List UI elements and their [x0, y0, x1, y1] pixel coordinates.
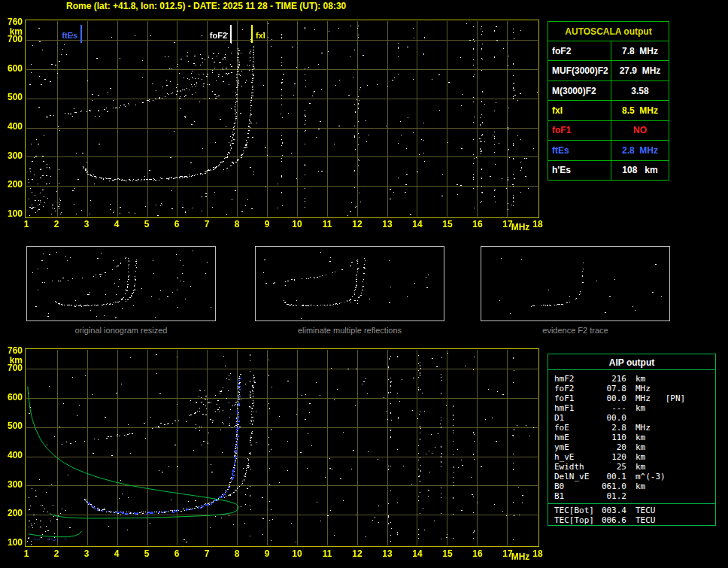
autoscala-row-label: h'Es	[548, 161, 611, 180]
aip-divider-top	[548, 369, 715, 370]
aip-row-unit	[626, 491, 715, 501]
aip-row-unit: km	[626, 462, 715, 472]
axis-label: 17	[499, 220, 516, 229]
aip-row-value: ---	[596, 403, 626, 413]
top-ionogram-panel	[25, 20, 539, 218]
axis-label: 3	[78, 549, 95, 558]
axis-label: 4	[108, 549, 125, 558]
axis-label: 1	[18, 549, 35, 558]
aip-row-value: 006.6	[596, 515, 626, 525]
axis-label: 200	[0, 180, 23, 189]
axis-label: 8	[229, 549, 245, 558]
axis-label: 12	[349, 549, 366, 558]
axis-label: 4	[108, 220, 125, 229]
aip-row-unit: TECU	[626, 506, 715, 515]
aip-row-hmf1: hmF1---km	[548, 403, 715, 413]
autoscala-row-fof2: foF27.8 MHz	[548, 41, 669, 60]
aip-row-label: B1	[554, 491, 596, 501]
axis-label: 15	[439, 220, 456, 229]
autoscala-app: Rome (lat: +41.8, lon: 012.5) - DATE: 20…	[0, 0, 728, 568]
axis-label: 500	[0, 421, 23, 430]
aip-row-label: B0	[554, 481, 596, 491]
thumbnail-evidence-f2	[481, 246, 670, 321]
aip-row-value: 120	[596, 452, 626, 462]
axis-label: 18	[529, 549, 546, 558]
aip-row-tectop: TEC[Top]006.6TECU	[548, 515, 715, 525]
aip-row-unit: km	[626, 442, 715, 452]
axis-label: 400	[0, 122, 23, 131]
aip-row-label: DelN_vE	[554, 472, 596, 481]
axis-label: 11	[319, 549, 335, 558]
aip-row-unit: km	[626, 433, 715, 442]
aip-row-value: 00.1	[596, 472, 626, 481]
autoscala-row-label: M(3000)F2	[548, 81, 611, 100]
axis-label: 600	[0, 393, 23, 402]
axis-label: 700	[0, 35, 23, 44]
axis-label: 14	[409, 220, 426, 229]
axis-label: 100	[0, 538, 23, 547]
autoscala-row-value: 3.58	[611, 81, 669, 100]
aip-row-value: 00.0	[596, 413, 626, 423]
aip-output-table: AIP output hmF2216kmfoF207.8MHzfoF100.0M…	[548, 354, 716, 526]
aip-row-label: TEC[Top]	[554, 515, 596, 525]
autoscala-row-fxi: fxI8.5 MHz	[548, 100, 669, 120]
aip-row-label: hmE	[554, 433, 596, 442]
thumbnail-original-ionogram	[26, 246, 216, 321]
thumbnail-caption-evidence: evidence F2 trace	[481, 326, 670, 335]
thumbnail-eliminate-canvas	[256, 247, 444, 320]
axis-label: 2	[48, 549, 65, 558]
aip-row-unit: m^(-3)	[626, 472, 715, 481]
aip-row-unit: km	[626, 452, 715, 462]
autoscala-row-fof1: foF1NO	[548, 120, 669, 140]
axis-label: 700	[0, 363, 23, 372]
axis-label: 5	[138, 220, 155, 229]
aip-row-label: ymE	[554, 442, 596, 452]
aip-row-label: foF2	[554, 384, 596, 393]
axis-label: 10	[289, 549, 305, 558]
aip-row-label: foF1	[554, 393, 596, 403]
thumbnail-evidence-canvas	[481, 247, 669, 320]
bottom-ionogram-canvas	[26, 349, 538, 546]
top-ionogram-canvas	[26, 20, 538, 217]
axis-label: 9	[259, 549, 275, 558]
aip-table-title: AIP output	[548, 357, 715, 368]
aip-row-fof2: foF207.8MHz	[548, 384, 715, 393]
autoscala-row-value: 8.5 MHz	[611, 101, 669, 120]
aip-row-unit: MHz	[626, 423, 715, 433]
aip-row-label: TEC[Bot]	[554, 506, 596, 515]
axis-label: MHz	[509, 223, 532, 232]
axis-label: 1	[18, 220, 35, 229]
axis-label: km	[0, 356, 23, 365]
axis-label: 2	[48, 220, 65, 229]
autoscala-row-m3000f2: M(3000)F23.58	[548, 80, 669, 100]
axis-label: 760	[0, 346, 23, 355]
thumbnail-eliminate-reflections	[255, 246, 444, 321]
autoscala-row-label: MUF(3000)F2	[548, 61, 611, 80]
aip-row-delnve: DelN_vE00.1m^(-3)	[548, 472, 715, 481]
axis-label: 13	[379, 549, 396, 558]
thumbnail-caption-eliminate: eliminate multiple reflections	[255, 326, 444, 335]
aip-row-unit: km	[626, 374, 715, 384]
axis-label: 18	[529, 220, 546, 229]
aip-row-label: hmF2	[554, 374, 596, 384]
aip-row-d1: D100.0	[548, 413, 715, 423]
autoscala-row-label: fxI	[548, 101, 611, 120]
autoscala-table-title: AUTOSCALA output	[548, 22, 669, 41]
aip-row-label: h_vE	[554, 452, 596, 462]
aip-row-label: Ewidth	[554, 462, 596, 472]
axis-label: 6	[168, 220, 185, 229]
axis-label: 400	[0, 451, 23, 460]
autoscala-row-muf3000f2: MUF(3000)F227.9 MHz	[548, 60, 669, 80]
autoscala-row-label: ftEs	[548, 141, 611, 159]
autoscala-row-hes: h'Es108 km	[548, 160, 669, 180]
aip-divider-tec	[548, 503, 715, 504]
aip-row-value: 2.8	[596, 423, 626, 433]
axis-label: MHz	[509, 552, 532, 561]
aip-row-yme: ymE20km	[548, 442, 715, 452]
aip-row-hmf2: hmF2216km	[548, 374, 715, 384]
aip-row-value: 216	[596, 374, 626, 384]
axis-label: 15	[439, 549, 456, 558]
aip-row-value: 20	[596, 442, 626, 452]
axis-label: 16	[469, 220, 486, 229]
bottom-ionogram-panel	[25, 348, 539, 547]
